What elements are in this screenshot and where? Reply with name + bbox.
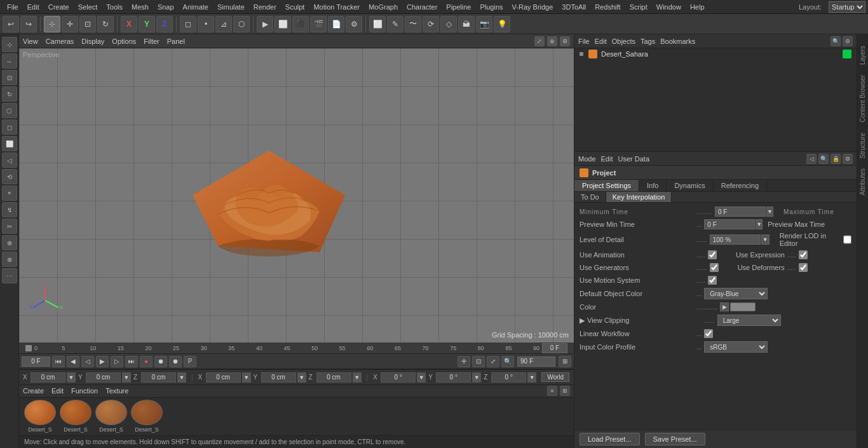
redo-button[interactable]: ↪ [20,16,37,32]
move-tool[interactable]: ✛ [62,16,78,32]
timeline-zoom[interactable]: 🔍 [501,356,514,367]
sidebar-btn-12[interactable]: ✂ [2,219,17,234]
x-pos-stepper[interactable]: ▼ [67,372,76,383]
render-region[interactable]: ⬜ [275,16,291,32]
menu-help[interactable]: Help [686,2,709,12]
y-rot-stepper[interactable]: ▼ [472,372,481,383]
prev-key[interactable]: ⏮ [52,356,65,367]
side-tab-layers[interactable]: Layers [858,41,867,70]
sidebar-btn-10[interactable]: ⌖ [2,186,17,201]
timeline-select[interactable]: ⊡ [472,356,485,367]
sidebar-btn-6[interactable]: ◻ [2,119,17,135]
side-tab-attributes[interactable]: Attributes [858,163,867,200]
menu-redshift[interactable]: Redshift [590,2,625,12]
x-size-stepper[interactable]: ▼ [242,372,251,383]
undo-button[interactable]: ↩ [3,16,19,32]
y-pos-input[interactable] [86,372,121,383]
preview-min-stepper[interactable]: ▼ [756,219,763,229]
min-time-stepper[interactable]: ▼ [766,207,773,217]
menu-pipeline[interactable]: Pipeline [442,2,475,12]
obj-color-swatch[interactable] [843,50,851,58]
menu-edit[interactable]: Edit [23,2,44,12]
ob-menu-objects[interactable]: Objects [612,37,635,45]
polygon-mode[interactable]: ⬡ [233,16,250,32]
terrain-tool[interactable]: 🏔 [458,16,475,32]
sidebar-btn-9[interactable]: ⟲ [2,169,17,184]
view-clipping-select[interactable]: Large [717,315,781,326]
timeline-move[interactable]: ✛ [458,356,470,367]
mat-menu-edit[interactable]: Edit [51,387,64,395]
auto-key[interactable]: ⏺ [154,356,167,367]
z-rot-stepper[interactable]: ▼ [527,372,536,383]
layout-select[interactable]: Startup [829,1,865,13]
vp-icon-settings[interactable]: ⚙ [560,36,570,46]
tab-referencing[interactable]: Referencing [714,180,767,191]
sidebar-btn-2[interactable]: ↔ [2,53,17,69]
sidebar-btn-8[interactable]: ◁ [2,153,17,168]
cube-tool[interactable]: ⬜ [369,16,386,32]
y-size-stepper[interactable]: ▼ [297,372,306,383]
linear-workflow-check[interactable] [704,329,713,338]
attr-icon-lock[interactable]: 🔒 [831,154,841,164]
lod-input[interactable] [710,234,761,245]
attr-menu-edit[interactable]: Edit [601,155,613,163]
step-back[interactable]: ◀ [67,356,79,367]
sidebar-btn-13[interactable]: ⊕ [2,235,17,250]
use-expression-check[interactable] [799,250,808,259]
menu-vraybridge[interactable]: V-Ray Bridge [508,2,558,12]
start-frame-input[interactable] [22,356,50,367]
motion-record[interactable]: ⏺ [169,356,182,367]
mat-icon-2[interactable]: ⊞ [560,386,570,396]
sub-tab-keyinterp[interactable]: Key Interpolation [606,192,672,202]
mat-menu-function[interactable]: Function [71,387,98,395]
use-animation-check[interactable] [708,250,717,259]
z-size-stepper[interactable]: ▼ [353,372,362,383]
attr-icon-search[interactable]: 🔍 [818,154,829,164]
viewport[interactable]: View Cameras Display Options Filter Pane… [19,34,574,343]
menu-3dtoall[interactable]: 3DToAll [557,2,590,12]
z-pos-stepper[interactable]: ▼ [177,372,186,383]
object-mode[interactable]: ◻ [180,16,196,32]
select-tool[interactable]: ⊹ [44,16,60,32]
min-time-input[interactable] [715,207,766,217]
tab-info[interactable]: Info [639,180,667,191]
menu-select[interactable]: Select [74,2,102,12]
menu-plugins[interactable]: Plugins [475,2,507,12]
menu-render[interactable]: Render [249,2,281,12]
menu-simulate[interactable]: Simulate [213,2,249,12]
timeline-grid[interactable]: ⊞ [559,356,571,367]
play-fwd[interactable]: ▶ [96,356,109,367]
key-all[interactable]: P [184,356,196,367]
spline-tool[interactable]: 〜 [405,16,421,32]
nurbs-tool[interactable]: ◇ [440,16,457,32]
menu-script[interactable]: Script [625,2,652,12]
rotate-tool[interactable]: ↻ [97,16,114,32]
y-pos-stepper[interactable]: ▼ [122,372,131,383]
ob-menu-edit[interactable]: Edit [595,37,607,45]
load-preset-button[interactable]: Load Preset... [580,433,640,445]
vp-menu-cameras[interactable]: Cameras [46,37,74,45]
axis-z[interactable]: Z [156,16,173,32]
x-size-input[interactable] [206,372,241,383]
render-all[interactable]: ⬛ [292,16,309,32]
camera-tool[interactable]: 📷 [476,16,492,32]
menu-motiontracker[interactable]: Motion Tracker [309,2,364,12]
vp-menu-display[interactable]: Display [81,37,104,45]
current-frame-display[interactable]: 0 F [542,343,567,353]
color-swatch[interactable] [730,302,756,311]
render-output[interactable]: 📄 [328,16,344,32]
menu-animate[interactable]: Animate [179,2,213,12]
lod-stepper[interactable]: ▼ [761,234,770,245]
ob-icon-settings[interactable]: ⚙ [843,36,853,46]
default-color-select[interactable]: Gray-Blue [704,288,768,299]
deform-tool[interactable]: ⟳ [423,16,439,32]
menu-file[interactable]: File [3,2,23,12]
step-fwd[interactable]: ▷ [111,356,123,367]
save-preset-button[interactable]: Save Preset... [645,433,705,445]
world-dropdown[interactable]: World [541,372,569,382]
tab-dynamics[interactable]: Dynamics [667,180,713,191]
menu-sculpt[interactable]: Sculpt [281,2,309,12]
attr-menu-userdata[interactable]: User Data [618,155,650,163]
light-tool[interactable]: 💡 [494,16,510,32]
x-rot-input[interactable] [381,372,416,383]
